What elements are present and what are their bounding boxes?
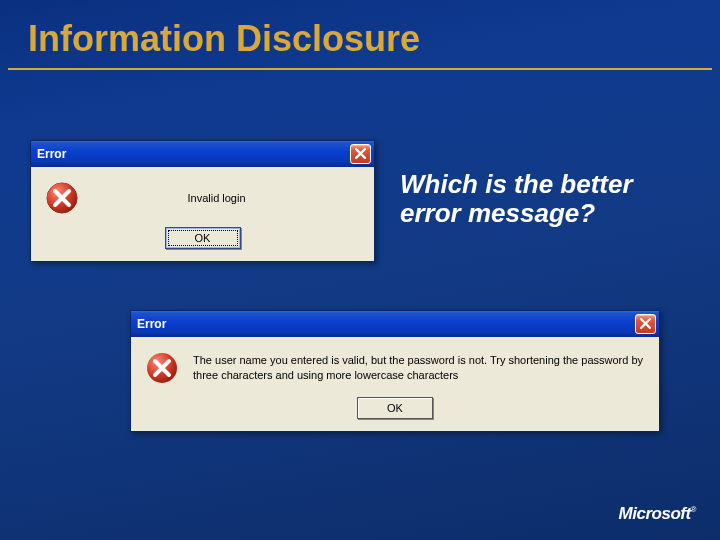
title-bar-text: Error bbox=[137, 317, 166, 331]
close-icon bbox=[640, 315, 651, 333]
error-dialog-1: Error Invalid login OK bbox=[30, 140, 375, 262]
error-icon bbox=[45, 181, 79, 215]
title-bar: Error bbox=[31, 141, 374, 167]
dialog-message: The user name you entered is valid, but … bbox=[193, 353, 645, 383]
error-dialog-2: Error The user name you entered is valid… bbox=[130, 310, 660, 432]
dialog-message: Invalid login bbox=[93, 191, 360, 206]
title-bar-text: Error bbox=[37, 147, 66, 161]
title-bar: Error bbox=[131, 311, 659, 337]
ok-button[interactable]: OK bbox=[357, 397, 433, 419]
error-icon bbox=[145, 351, 179, 385]
slide-question: Which is the better error message? bbox=[400, 170, 680, 227]
microsoft-logo: Microsoft® bbox=[619, 504, 696, 524]
slide-title: Information Disclosure bbox=[8, 0, 712, 70]
close-icon bbox=[355, 145, 366, 163]
close-button[interactable] bbox=[635, 314, 656, 334]
close-button[interactable] bbox=[350, 144, 371, 164]
ok-button[interactable]: OK bbox=[165, 227, 241, 249]
